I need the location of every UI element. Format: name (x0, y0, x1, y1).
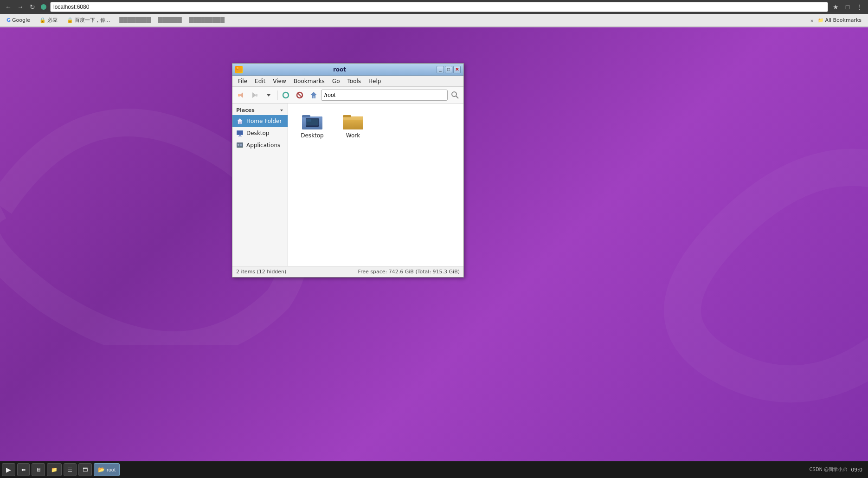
sidebar-item-applications[interactable]: Applications (232, 139, 288, 151)
svg-marker-7 (267, 94, 270, 97)
work-folder-label: Work (346, 132, 360, 139)
desktop-sidebar-icon (236, 129, 244, 137)
minimize-button[interactable]: _ (437, 66, 444, 73)
menu-go[interactable]: Go (328, 77, 344, 85)
menu-bookmarks[interactable]: Bookmarks (290, 77, 328, 85)
apps-icon (236, 142, 244, 149)
fm-sidebar: Places Home Folder (232, 103, 288, 266)
sidebar-item-home[interactable]: Home Folder (232, 115, 288, 127)
menu-file[interactable]: File (234, 77, 251, 85)
file-item-work[interactable]: Work (334, 109, 372, 142)
bookmark-extra-2[interactable]: ██████ (155, 16, 185, 24)
toolbar-stop-btn[interactable] (293, 89, 306, 102)
svg-rect-21 (237, 131, 243, 135)
svg-rect-26 (240, 144, 242, 146)
home-icon (236, 117, 244, 125)
svg-rect-2 (237, 67, 238, 69)
bookmark-baidu[interactable]: 🔒 百度一下，你... (64, 16, 113, 25)
toolbar-forward-btn[interactable] (248, 89, 261, 102)
taskbar-root-label: root (107, 467, 116, 472)
menu-edit[interactable]: Edit (251, 77, 269, 85)
svg-line-15 (456, 96, 458, 98)
close-button[interactable]: ✕ (453, 66, 461, 73)
places-label: Places (236, 107, 255, 113)
fm-title: root (243, 66, 437, 73)
svg-rect-6 (256, 94, 257, 97)
fm-body: Places Home Folder (232, 103, 463, 266)
sidebar-home-label: Home Folder (246, 118, 282, 124)
bookmark-extra-3[interactable]: █████████ (186, 16, 227, 24)
svg-rect-27 (237, 147, 243, 148)
status-space: Free space: 742.6 GiB (Total: 915.3 GiB) (358, 269, 460, 275)
sidebar-apps-label: Applications (246, 142, 280, 149)
svg-rect-34 (307, 119, 311, 122)
taskbar-watermark: CSDN @同学小弟 (810, 466, 848, 473)
svg-rect-13 (313, 96, 315, 98)
status-items: 2 items (12 hidden) (236, 269, 286, 275)
taskbar-back-btn[interactable]: ⬅ (17, 463, 30, 476)
fm-toolbar (232, 87, 463, 103)
address-input[interactable] (50, 2, 828, 12)
fm-menubar: File Edit View Bookmarks Go Tools Help (232, 76, 463, 87)
taskbar: ▶ ⬅ 🖥 📁 ☰ 🗔 📂 root CSDN @同学小弟 09:0 (0, 461, 868, 478)
file-item-desktop[interactable]: Desktop (294, 109, 331, 142)
svg-line-11 (298, 93, 302, 97)
menu-tools[interactable]: Tools (344, 77, 365, 85)
toolbar-home-btn[interactable] (307, 89, 320, 102)
work-folder-icon (342, 112, 364, 130)
bookmarks-bar: G Google 🔒 必应 🔒 百度一下，你... ████████ █████… (0, 14, 868, 27)
taskbar-screen-btn[interactable]: 🖥 (32, 463, 45, 476)
bookmarks-more-btn[interactable]: » (810, 18, 813, 23)
taskbar-menu-icon-btn[interactable]: ☰ (64, 463, 77, 476)
extensions-btn[interactable]: □ (843, 2, 852, 12)
browser-toolbar: ← → ↻ ★ □ ⋮ (0, 0, 868, 14)
taskbar-window-btn[interactable]: 🗔 (78, 463, 92, 476)
fm-content: Desktop (288, 103, 463, 266)
fm-statusbar: 2 items (12 hidden) Free space: 742.6 Gi… (232, 266, 463, 277)
svg-marker-16 (280, 110, 283, 111)
toolbar-sep-1 (277, 90, 277, 100)
forward-button[interactable]: → (16, 2, 25, 12)
taskbar-right: CSDN @同学小弟 09:0 (810, 466, 866, 473)
desktop-folder-icon (301, 112, 323, 130)
toolbar-back-btn[interactable] (234, 89, 247, 102)
address-bar[interactable] (321, 90, 448, 101)
bookmark-star[interactable]: ★ (831, 2, 840, 12)
back-button[interactable]: ← (4, 2, 13, 12)
menu-help[interactable]: Help (365, 77, 385, 85)
svg-point-14 (452, 92, 457, 97)
fm-title-icon (235, 66, 243, 73)
taskbar-root-btn[interactable]: 📂 root (94, 463, 120, 476)
svg-marker-3 (239, 92, 243, 98)
svg-rect-38 (343, 117, 363, 120)
bookmark-all[interactable]: 📁 All Bookmarks (815, 16, 864, 24)
taskbar-clock: 09:0 (851, 467, 862, 473)
sidebar-item-desktop[interactable]: Desktop (232, 127, 288, 139)
fm-titlebar[interactable]: root _ □ ✕ (232, 64, 463, 76)
toolbar-dropdown-btn[interactable] (262, 89, 275, 102)
menu-view[interactable]: View (269, 77, 289, 85)
menu-btn[interactable]: ⋮ (855, 2, 864, 12)
toolbar-reload-btn[interactable] (279, 89, 292, 102)
svg-marker-5 (252, 92, 256, 98)
browser-chrome: ← → ↻ ★ □ ⋮ G Google 🔒 必应 🔒 百度一下，你... ██… (0, 0, 868, 27)
svg-rect-22 (239, 135, 241, 136)
bookmark-bing[interactable]: 🔒 必应 (37, 16, 60, 25)
svg-rect-23 (238, 136, 242, 136)
places-header[interactable]: Places (232, 105, 288, 115)
taskbar-start-btn[interactable]: ▶ (2, 463, 15, 476)
maximize-button[interactable]: □ (445, 66, 452, 73)
bookmark-google[interactable]: G Google (4, 16, 33, 24)
svg-rect-18 (239, 122, 241, 124)
svg-point-25 (238, 144, 239, 146)
toolbar-search-btn[interactable] (449, 89, 462, 102)
bookmark-extra-1[interactable]: ████████ (116, 16, 154, 24)
sidebar-desktop-label: Desktop (246, 130, 270, 136)
reload-button[interactable]: ↻ (28, 2, 37, 12)
fm-wm-buttons: _ □ ✕ (437, 66, 461, 73)
svg-rect-30 (302, 115, 310, 117)
desktop-folder-label: Desktop (301, 132, 324, 139)
file-manager-window: root _ □ ✕ File Edit View Bookmarks Go T… (232, 63, 464, 278)
svg-rect-4 (238, 94, 240, 97)
taskbar-folder-btn[interactable]: 📁 (47, 463, 62, 476)
